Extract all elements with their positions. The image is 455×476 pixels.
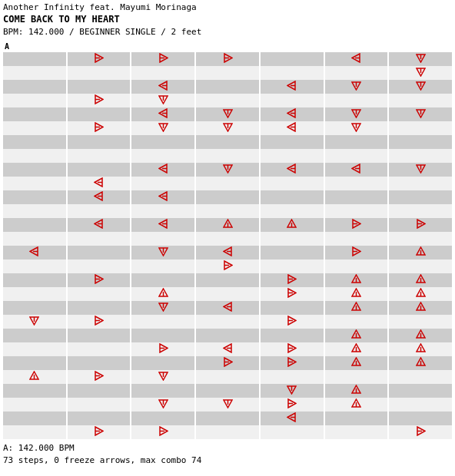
cell-4-7 bbox=[261, 149, 324, 163]
cell-0-2 bbox=[3, 80, 66, 94]
arrow-right-icon bbox=[94, 122, 104, 134]
cell-2-6 bbox=[131, 135, 194, 149]
arrow-down-icon bbox=[287, 385, 297, 396]
cell-6-9 bbox=[389, 177, 452, 190]
chart-column-0: A bbox=[3, 41, 66, 439]
cell-5-20 bbox=[325, 329, 388, 342]
cell-2-27 bbox=[131, 425, 194, 439]
arrow-right-icon bbox=[351, 246, 361, 258]
arrow-left-icon bbox=[94, 219, 104, 230]
arrow-right-icon bbox=[223, 260, 233, 272]
arrow-left-icon bbox=[287, 122, 297, 134]
col-label-5 bbox=[325, 41, 388, 52]
cell-6-21 bbox=[389, 342, 452, 356]
cell-4-18 bbox=[261, 301, 324, 315]
cell-0-8 bbox=[3, 163, 66, 177]
arrow-up-icon bbox=[287, 219, 297, 230]
cell-0-11 bbox=[3, 204, 66, 218]
col-label-0: A bbox=[3, 41, 66, 52]
cell-5-15 bbox=[325, 259, 388, 273]
arrow-down-icon bbox=[223, 164, 233, 175]
chart-column-6 bbox=[389, 41, 452, 439]
cell-1-22 bbox=[68, 356, 131, 370]
cell-5-2 bbox=[325, 80, 388, 94]
song-title: COME BACK TO MY HEART bbox=[3, 13, 452, 26]
cell-0-22 bbox=[3, 356, 66, 370]
cell-0-14 bbox=[3, 246, 66, 259]
cell-1-1 bbox=[68, 66, 131, 80]
cell-6-25 bbox=[389, 398, 452, 412]
arrow-right-icon bbox=[158, 53, 168, 64]
arrow-up-icon bbox=[351, 329, 361, 341]
cell-2-0 bbox=[131, 52, 194, 66]
arrow-down-icon bbox=[29, 316, 39, 327]
arrow-down-icon bbox=[223, 122, 233, 134]
cell-5-17 bbox=[325, 287, 388, 301]
arrow-left-icon bbox=[287, 164, 297, 175]
cell-4-19 bbox=[261, 315, 324, 329]
arrow-left-icon bbox=[94, 177, 104, 189]
arrow-up-icon bbox=[351, 357, 361, 369]
arrow-up-icon bbox=[223, 219, 233, 230]
arrow-down-icon bbox=[223, 398, 233, 410]
cell-1-21 bbox=[68, 342, 131, 356]
cell-1-8 bbox=[68, 163, 131, 177]
cell-0-13 bbox=[3, 232, 66, 246]
arrow-right-icon bbox=[287, 288, 297, 299]
cell-0-25 bbox=[3, 398, 66, 412]
arrow-right-icon bbox=[416, 219, 426, 230]
cell-2-24 bbox=[131, 384, 194, 398]
cell-5-22 bbox=[325, 356, 388, 370]
arrow-up-icon bbox=[351, 343, 361, 355]
arrow-right-icon bbox=[351, 219, 361, 230]
cell-1-24 bbox=[68, 384, 131, 398]
cell-5-26 bbox=[325, 412, 388, 425]
cell-0-27 bbox=[3, 425, 66, 439]
cell-5-10 bbox=[325, 190, 388, 204]
cell-0-9 bbox=[3, 177, 66, 190]
cell-4-8 bbox=[261, 163, 324, 177]
arrow-down-icon bbox=[158, 371, 168, 382]
cell-0-19 bbox=[3, 315, 66, 329]
arrow-down-icon bbox=[416, 53, 426, 64]
cell-6-14 bbox=[389, 246, 452, 259]
cell-4-13 bbox=[261, 232, 324, 246]
footer-stats: 73 steps, 0 freeze arrows, max combo 74 bbox=[3, 455, 452, 468]
cell-1-25 bbox=[68, 398, 131, 412]
cell-3-22 bbox=[196, 356, 259, 370]
cell-3-3 bbox=[196, 94, 259, 107]
cell-2-11 bbox=[131, 204, 194, 218]
cell-3-9 bbox=[196, 177, 259, 190]
cell-4-2 bbox=[261, 80, 324, 94]
cell-6-20 bbox=[389, 329, 452, 342]
cell-5-3 bbox=[325, 94, 388, 107]
cell-4-10 bbox=[261, 190, 324, 204]
cell-5-27 bbox=[325, 425, 388, 439]
cell-2-13 bbox=[131, 232, 194, 246]
arrow-left-icon bbox=[223, 302, 233, 313]
subtitle: Another Infinity feat. Mayumi Morinaga bbox=[3, 2, 452, 13]
cell-5-1 bbox=[325, 66, 388, 80]
cell-0-24 bbox=[3, 384, 66, 398]
cell-3-15 bbox=[196, 259, 259, 273]
arrow-down-icon bbox=[158, 122, 168, 134]
cell-3-27 bbox=[196, 425, 259, 439]
arrow-right-icon bbox=[94, 371, 104, 382]
cell-4-20 bbox=[261, 329, 324, 342]
arrow-right-icon bbox=[416, 426, 426, 438]
cell-0-4 bbox=[3, 107, 66, 121]
cell-5-11 bbox=[325, 204, 388, 218]
cell-4-4 bbox=[261, 107, 324, 121]
arrow-up-icon bbox=[351, 288, 361, 299]
arrow-up-icon bbox=[416, 343, 426, 355]
arrow-right-icon bbox=[94, 426, 104, 438]
arrow-down-icon bbox=[416, 67, 426, 78]
arrow-right-icon bbox=[94, 274, 104, 286]
cell-6-17 bbox=[389, 287, 452, 301]
cell-3-0 bbox=[196, 52, 259, 66]
arrow-up-icon bbox=[416, 329, 426, 341]
cell-5-19 bbox=[325, 315, 388, 329]
arrow-left-icon bbox=[223, 343, 233, 355]
cell-3-26 bbox=[196, 412, 259, 425]
cell-3-18 bbox=[196, 301, 259, 315]
